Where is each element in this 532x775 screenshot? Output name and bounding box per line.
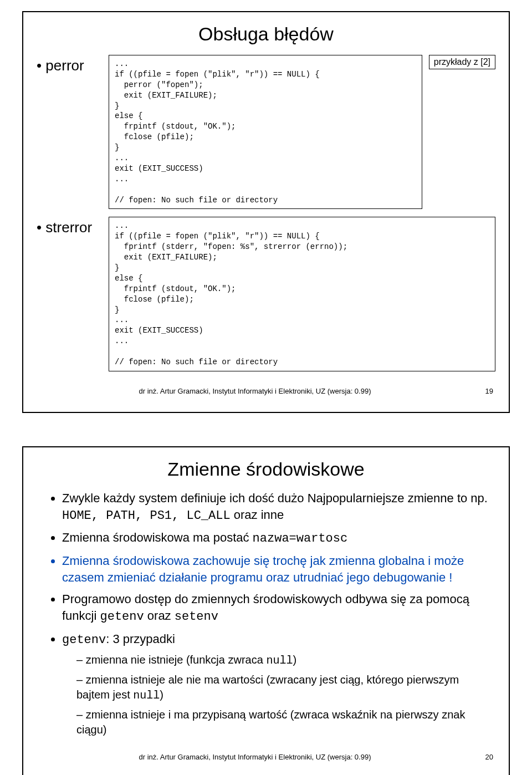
- list-item-highlight: Zmienna środowiskowa zachowuje się troch…: [62, 553, 490, 585]
- sub-item: zmienna istnieje i ma przypisaną wartość…: [76, 707, 490, 737]
- text: ): [160, 689, 163, 701]
- list-item: Zwykle każdy system definiuje ich dość d…: [62, 490, 490, 524]
- slide-body: Zwykle każdy system definiuje ich dość d…: [37, 490, 495, 738]
- mono-text: null: [133, 689, 160, 702]
- mono-text: setenv: [175, 610, 218, 624]
- code-strerror: ... if ((pfile = fopen ("plik", "r")) ==…: [109, 217, 495, 371]
- bullet-strerror: strerror: [37, 217, 109, 236]
- text: ): [293, 654, 296, 666]
- text: Zwykle każdy system definiuje ich dość d…: [62, 491, 488, 505]
- row-perror: perror ... if ((pfile = fopen ("plik", "…: [37, 55, 495, 209]
- mono-text: nazwa=wartosc: [253, 532, 348, 545]
- bullet-perror: perror: [37, 55, 109, 74]
- list-item: Zmienna środowiskowa ma postać nazwa=war…: [62, 529, 490, 547]
- example-tag: przykłady z [2]: [429, 55, 495, 69]
- mono-text: getenv: [100, 610, 144, 624]
- slide-title: Obsługa błędów: [37, 23, 495, 45]
- mono-text: null: [266, 654, 293, 667]
- slide-number: 19: [471, 387, 493, 395]
- bullet-label: perror: [37, 57, 84, 74]
- list-item: Programowo dostęp do zmiennych środowisk…: [62, 591, 490, 625]
- text: Zmienna środowiskowa ma postać: [62, 531, 253, 544]
- slide-footer: dr inż. Artur Gramacki, Instytut Informa…: [37, 753, 495, 761]
- text: oraz inne: [231, 508, 284, 522]
- sub-item: zmienna istnieje ale nie ma wartości (zw…: [76, 672, 490, 703]
- slide-title: Zmienne środowiskowe: [37, 458, 495, 480]
- text: : 3 przypadki: [106, 632, 175, 646]
- text: oraz: [144, 609, 175, 623]
- text: zmienna nie istnieje (funkcja zwraca: [86, 654, 267, 666]
- slide-19: Obsługa błędów perror ... if ((pfile = f…: [22, 11, 510, 413]
- slide-number: 20: [471, 753, 493, 761]
- mono-text: HOME, PATH, PS1, LC_ALL: [62, 509, 231, 523]
- slide-footer: dr inż. Artur Gramacki, Instytut Informa…: [37, 387, 495, 395]
- list-item: getenv: 3 przypadki zmienna nie istnieje…: [62, 631, 490, 738]
- code-perror: ... if ((pfile = fopen ("plik", "r")) ==…: [109, 55, 422, 209]
- sub-item: zmienna nie istnieje (funkcja zwraca nul…: [76, 652, 490, 668]
- footer-text: dr inż. Artur Gramacki, Instytut Informa…: [39, 753, 471, 761]
- bullet-label: strerror: [37, 219, 92, 236]
- slide-20: Zmienne środowiskowe Zwykle każdy system…: [22, 446, 510, 775]
- row-strerror: strerror ... if ((pfile = fopen ("plik",…: [37, 217, 495, 371]
- footer-text: dr inż. Artur Gramacki, Instytut Informa…: [39, 387, 471, 395]
- mono-text: getenv: [62, 633, 106, 647]
